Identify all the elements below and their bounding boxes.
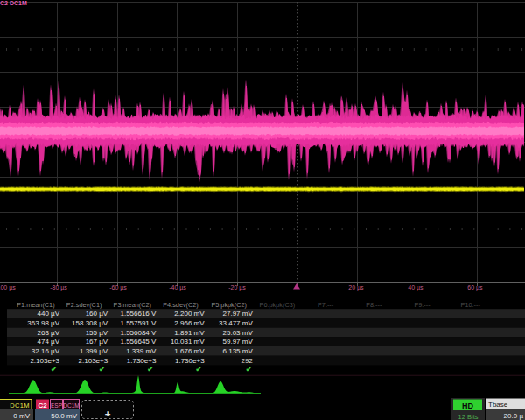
svg-text:1.730e+3: 1.730e+3 bbox=[175, 357, 205, 365]
svg-text:160 µV: 160 µV bbox=[86, 310, 108, 318]
svg-text:474 µV: 474 µV bbox=[37, 338, 60, 346]
svg-text:2.200 mV: 2.200 mV bbox=[174, 310, 205, 318]
svg-text:ESP: ESP bbox=[51, 402, 62, 409]
svg-text:0 mV: 0 mV bbox=[13, 412, 30, 420]
svg-text:2.103e+3: 2.103e+3 bbox=[30, 357, 60, 365]
svg-text:1.399 µV: 1.399 µV bbox=[80, 347, 108, 355]
svg-text:✔: ✔ bbox=[246, 365, 252, 374]
svg-text:P10:---: P10:--- bbox=[461, 301, 481, 309]
svg-text:12 Bits: 12 Bits bbox=[458, 413, 479, 420]
svg-text:C2: C2 bbox=[38, 402, 47, 410]
svg-text:6.135 mV: 6.135 mV bbox=[223, 347, 254, 355]
svg-text:20.0 µ: 20.0 µ bbox=[504, 412, 524, 420]
svg-text:1.556084 V: 1.556084 V bbox=[120, 329, 157, 337]
svg-text:27.97 mV: 27.97 mV bbox=[223, 310, 254, 318]
svg-text:✔: ✔ bbox=[147, 365, 153, 374]
svg-text:-100 µs: -100 µs bbox=[0, 284, 16, 291]
svg-text:1.891 mV: 1.891 mV bbox=[174, 329, 205, 337]
svg-text:1.557591 V: 1.557591 V bbox=[120, 319, 157, 327]
svg-text:158.308 µV: 158.308 µV bbox=[72, 319, 108, 327]
svg-text:P6:pkpk(C3): P6:pkpk(C3) bbox=[260, 301, 296, 309]
svg-text:20 µs: 20 µs bbox=[348, 284, 364, 291]
svg-text:2.103e+3: 2.103e+3 bbox=[79, 357, 108, 365]
svg-text:2.966 mV: 2.966 mV bbox=[174, 319, 205, 327]
svg-text:+: + bbox=[105, 409, 111, 419]
svg-text:-80 µs: -80 µs bbox=[50, 284, 67, 291]
svg-text:1.730e+3: 1.730e+3 bbox=[127, 357, 157, 365]
svg-text:P2:sdev(C1): P2:sdev(C1) bbox=[66, 301, 102, 309]
svg-text:167 µV: 167 µV bbox=[86, 338, 108, 346]
svg-text:P1:mean(C1): P1:mean(C1) bbox=[17, 301, 54, 309]
svg-text:DC1M: DC1M bbox=[10, 402, 30, 410]
svg-text:50.0 mV: 50.0 mV bbox=[51, 412, 77, 420]
svg-text:1.556616 V: 1.556616 V bbox=[120, 310, 157, 318]
svg-text:P4:sdev(C2): P4:sdev(C2) bbox=[163, 301, 199, 309]
svg-text:263 µV: 263 µV bbox=[37, 329, 60, 337]
svg-text:1.339 mV: 1.339 mV bbox=[126, 347, 157, 355]
svg-text:363.98 µV: 363.98 µV bbox=[27, 319, 60, 327]
svg-text:-40 µs: -40 µs bbox=[169, 284, 186, 291]
svg-text:1.676 mV: 1.676 mV bbox=[174, 347, 205, 355]
svg-text:32.16 µV: 32.16 µV bbox=[32, 347, 60, 355]
svg-text:P9:---: P9:--- bbox=[414, 301, 430, 309]
svg-text:P5:pkpk(C2): P5:pkpk(C2) bbox=[211, 301, 247, 309]
svg-text:10.031 mV: 10.031 mV bbox=[171, 338, 205, 346]
svg-text:40 µs: 40 µs bbox=[408, 284, 424, 291]
svg-text:-20 µs: -20 µs bbox=[228, 284, 246, 291]
svg-text:292: 292 bbox=[241, 357, 253, 365]
svg-text:C2 DC1M: C2 DC1M bbox=[0, 0, 27, 6]
svg-text:HD: HD bbox=[462, 402, 473, 410]
svg-text:P8:---: P8:--- bbox=[366, 301, 382, 309]
svg-text:440 µV: 440 µV bbox=[37, 310, 60, 318]
svg-text:P7:---: P7:--- bbox=[318, 301, 334, 309]
svg-text:✔: ✔ bbox=[99, 365, 105, 374]
svg-text:25.03 mV: 25.03 mV bbox=[223, 329, 254, 337]
svg-text:60 µs: 60 µs bbox=[467, 284, 483, 291]
svg-text:1.556645 V: 1.556645 V bbox=[120, 338, 157, 346]
svg-text:✔: ✔ bbox=[51, 365, 57, 374]
svg-text:Tbase: Tbase bbox=[488, 401, 508, 409]
svg-text:33.477 mV: 33.477 mV bbox=[219, 319, 253, 327]
svg-text:155 µV: 155 µV bbox=[86, 329, 108, 337]
svg-text:59.97 mV: 59.97 mV bbox=[223, 338, 254, 346]
svg-text:P3:mean(C2): P3:mean(C2) bbox=[114, 301, 151, 309]
svg-text:DC1M: DC1M bbox=[63, 402, 79, 409]
svg-text:-60 µs: -60 µs bbox=[109, 284, 127, 291]
svg-text:✔: ✔ bbox=[195, 365, 201, 374]
